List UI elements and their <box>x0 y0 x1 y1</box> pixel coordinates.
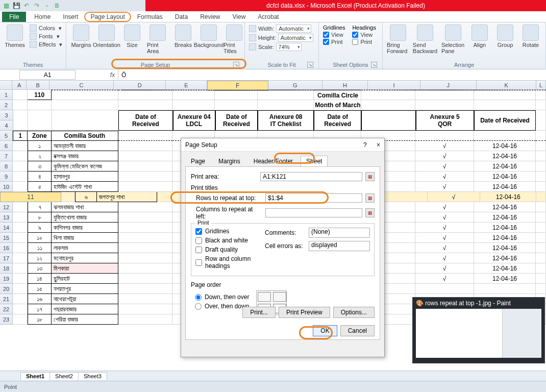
dlg-tab-header-footer[interactable]: Header/Footer <box>248 156 299 166</box>
background-button[interactable]: Background <box>198 24 219 48</box>
col-b[interactable]: B <box>27 81 49 89</box>
col-j[interactable]: J <box>420 81 477 89</box>
colors-button[interactable]: Colors ▾ <box>30 24 63 32</box>
paint-thumbnail[interactable]: 🎨 rows repeat at top -1.jpg - Paint <box>412 297 545 363</box>
width-select[interactable]: Automatic <box>276 24 311 33</box>
group-scale: Scale to Fit↘ <box>249 61 314 68</box>
cell[interactable] <box>52 100 118 110</box>
tab-data[interactable]: Data <box>169 12 194 22</box>
rotate-button[interactable]: Rotate <box>520 24 541 48</box>
errors-select[interactable]: displayed <box>309 241 370 251</box>
dialog-close[interactable]: × <box>377 141 380 149</box>
row-header[interactable]: 2 <box>0 100 13 110</box>
fonts-icon <box>30 33 37 40</box>
align-button[interactable]: Align <box>469 24 490 48</box>
print-area-input[interactable] <box>260 172 362 181</box>
tab-page-layout[interactable]: Page Layout <box>84 12 131 22</box>
col-d[interactable]: D <box>114 81 166 89</box>
formula-input[interactable] <box>118 69 546 80</box>
cols-repeat-picker[interactable]: ▦ <box>365 208 375 217</box>
tab-review[interactable]: Review <box>194 12 226 22</box>
cell[interactable]: 110 <box>28 90 52 100</box>
bw-check[interactable] <box>195 237 202 244</box>
cell[interactable] <box>13 90 28 100</box>
col-f[interactable]: F <box>207 81 268 91</box>
headings-view-check[interactable] <box>352 32 358 38</box>
rch-check[interactable] <box>195 259 202 266</box>
rows-repeat-input[interactable] <box>265 193 362 203</box>
redo-icon[interactable]: ↷ <box>33 2 41 10</box>
dialog-help[interactable]: ? <box>363 141 367 149</box>
sheet-tab-1[interactable]: Sheet1 <box>20 372 50 380</box>
breaks-button[interactable]: Breaks <box>172 24 194 48</box>
fx-button[interactable]: fx <box>107 69 118 80</box>
ok-button[interactable]: OK <box>313 325 337 336</box>
dlg-tab-margins[interactable]: Margins <box>213 156 246 166</box>
cell[interactable] <box>52 90 118 100</box>
save-icon[interactable]: 💾 <box>12 2 20 10</box>
size-button[interactable]: Size <box>121 24 143 48</box>
scale-launcher[interactable]: ↘ <box>307 62 313 68</box>
tab-home[interactable]: Home <box>28 12 57 22</box>
comments-select[interactable]: (None) <box>309 228 370 238</box>
select-all-corner[interactable] <box>0 81 12 89</box>
height-select[interactable]: Automatic <box>278 34 313 42</box>
sheet-options-launcher[interactable]: ↘ <box>371 62 377 68</box>
bring-forward-button[interactable]: Bring Forward <box>387 24 409 54</box>
col-e[interactable]: E <box>166 81 207 89</box>
print-titles-label: Print titles <box>191 184 375 191</box>
down-then-over-radio[interactable] <box>195 294 202 301</box>
cols-repeat-input[interactable] <box>265 208 362 217</box>
headings-print-check[interactable] <box>352 39 358 45</box>
height-icon <box>249 34 256 41</box>
col-h[interactable]: H <box>322 81 368 89</box>
draft-check[interactable] <box>195 247 202 253</box>
tab-insert[interactable]: Insert <box>57 12 84 22</box>
sheet-tab-3[interactable]: Sheet3 <box>78 372 107 380</box>
print-preview-button[interactable]: Print Preview <box>279 307 330 318</box>
scale-spin[interactable]: 74% <box>276 43 302 51</box>
name-box[interactable]: A1 <box>19 70 76 80</box>
rows-repeat-picker[interactable]: ▦ <box>365 193 375 203</box>
print-preview-icon[interactable]: 🗎 <box>53 2 61 10</box>
col-i[interactable]: I <box>368 81 420 89</box>
fonts-button[interactable]: Fonts ▾ <box>30 33 63 40</box>
sheet-tab-2[interactable]: Sheet2 <box>49 372 79 380</box>
col-c[interactable]: C <box>49 81 114 89</box>
group-sheet-options: Sheet Options↘ <box>323 61 378 68</box>
options-button[interactable]: Options... <box>333 307 375 318</box>
tab-view[interactable]: View <box>227 12 252 22</box>
col-l[interactable]: L <box>536 81 546 89</box>
gridlines-view-check[interactable] <box>323 32 329 38</box>
print-button[interactable]: Print... <box>242 307 276 318</box>
send-backward-button[interactable]: Send Backward <box>413 24 437 54</box>
cancel-button[interactable]: Cancel <box>340 325 375 336</box>
tab-acrobat[interactable]: Acrobat <box>252 12 285 22</box>
gridlines-print-check[interactable] <box>323 39 329 45</box>
effects-button[interactable]: Effects ▾ <box>30 41 63 48</box>
new-icon[interactable]: ▫ <box>43 2 51 10</box>
undo-icon[interactable]: ↶ <box>22 2 31 10</box>
dlg-tab-page[interactable]: Page <box>185 156 211 166</box>
cell[interactable] <box>13 100 28 110</box>
orientation-button[interactable]: Orientation <box>96 24 117 48</box>
col-a[interactable]: A <box>12 81 27 89</box>
margins-button[interactable]: Margins <box>70 24 92 48</box>
selection-pane-button[interactable]: Selection Pane <box>441 24 465 54</box>
cell[interactable] <box>28 100 52 110</box>
tab-formulas[interactable]: Formulas <box>131 12 169 22</box>
file-tab[interactable]: File <box>2 12 26 22</box>
print-area-picker[interactable]: ▦ <box>365 172 375 181</box>
print-titles-button[interactable]: Print Titles <box>224 24 245 54</box>
row-header[interactable]: 1 <box>0 90 13 100</box>
gridlines-check[interactable] <box>195 228 202 235</box>
col-g[interactable]: G <box>268 81 322 89</box>
themes-button[interactable]: Themes <box>4 24 26 48</box>
over-then-down-radio[interactable] <box>195 303 202 310</box>
print-area-button[interactable]: Print Area <box>147 24 168 54</box>
dlg-tab-sheet[interactable]: Sheet <box>301 156 328 166</box>
page-setup-launcher[interactable]: ↘ <box>233 62 239 68</box>
group-button[interactable]: Group <box>494 24 516 48</box>
dialog-title: Page Setup <box>185 141 217 149</box>
col-k[interactable]: K <box>477 81 536 89</box>
